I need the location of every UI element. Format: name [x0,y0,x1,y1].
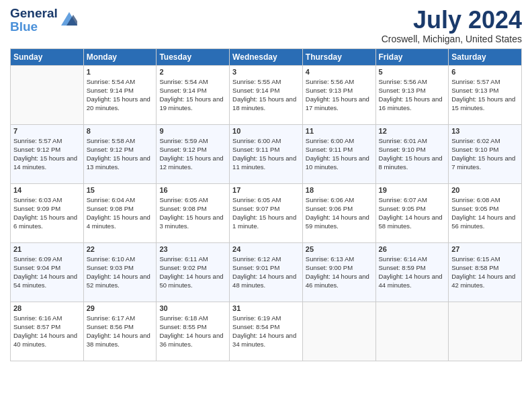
day-number: 30 [159,304,226,312]
calendar-cell [11,65,84,124]
calendar-cell: 14Sunrise: 6:03 AMSunset: 9:09 PMDayligh… [11,183,84,242]
day-number: 6 [451,68,519,76]
calendar-cell: 29Sunrise: 6:17 AMSunset: 8:56 PMDayligh… [83,302,157,361]
day-info: Sunrise: 6:14 AMSunset: 8:59 PMDaylight:… [379,255,446,290]
logo-icon [61,12,77,30]
day-info: Sunrise: 6:12 AMSunset: 9:01 PMDaylight:… [232,255,300,290]
day-info: Sunrise: 6:01 AMSunset: 9:10 PMDaylight:… [379,136,446,172]
calendar-cell: 3Sunrise: 5:55 AMSunset: 9:14 PMDaylight… [230,65,303,124]
day-number: 4 [306,68,373,76]
calendar-cell: 10Sunrise: 6:00 AMSunset: 9:11 PMDayligh… [230,124,303,183]
day-number: 2 [159,68,226,76]
calendar-cell: 20Sunrise: 6:08 AMSunset: 9:05 PMDayligh… [449,183,522,242]
day-header-thursday: Thursday [302,48,375,65]
day-number: 27 [451,245,519,253]
calendar-cell: 7Sunrise: 5:57 AMSunset: 9:12 PMDaylight… [11,124,84,183]
calendar-cell: 13Sunrise: 6:02 AMSunset: 9:10 PMDayligh… [449,124,522,183]
day-info: Sunrise: 6:02 AMSunset: 9:10 PMDaylight:… [451,136,519,172]
calendar-cell: 5Sunrise: 5:56 AMSunset: 9:13 PMDaylight… [375,65,449,124]
day-header-friday: Friday [375,48,449,65]
day-number: 12 [379,127,446,135]
main-container: General Blue July 2024 Croswell, Michiga… [0,0,532,368]
logo-general: General [10,7,58,20]
calendar-cell: 21Sunrise: 6:09 AMSunset: 9:04 PMDayligh… [11,242,84,302]
day-number: 25 [306,245,373,253]
day-number: 18 [306,186,373,194]
day-info: Sunrise: 5:58 AMSunset: 9:12 PMDaylight:… [87,136,154,172]
day-number: 29 [87,304,154,312]
day-info: Sunrise: 6:09 AMSunset: 9:04 PMDaylight:… [13,255,81,290]
day-info: Sunrise: 6:18 AMSunset: 8:55 PMDaylight:… [159,314,226,349]
day-number: 10 [232,127,300,135]
day-header-sunday: Sunday [11,48,84,65]
calendar-cell: 18Sunrise: 6:06 AMSunset: 9:06 PMDayligh… [302,183,375,242]
day-number: 11 [306,127,373,135]
week-row-3: 14Sunrise: 6:03 AMSunset: 9:09 PMDayligh… [11,183,522,242]
title-block: July 2024 Croswell, Michigan, United Sta… [382,7,522,44]
header: General Blue July 2024 Croswell, Michiga… [10,7,522,44]
calendar-cell: 2Sunrise: 5:54 AMSunset: 9:14 PMDaylight… [157,65,230,124]
day-info: Sunrise: 6:13 AMSunset: 9:00 PMDaylight:… [306,255,373,290]
calendar-cell: 9Sunrise: 5:59 AMSunset: 9:12 PMDaylight… [157,124,230,183]
day-info: Sunrise: 6:10 AMSunset: 9:03 PMDaylight:… [87,255,154,290]
day-number: 19 [379,186,446,194]
day-header-saturday: Saturday [449,48,522,65]
calendar-cell: 27Sunrise: 6:15 AMSunset: 8:58 PMDayligh… [449,242,522,302]
day-header-tuesday: Tuesday [157,48,230,65]
day-info: Sunrise: 6:19 AMSunset: 8:54 PMDaylight:… [232,314,300,349]
day-info: Sunrise: 6:15 AMSunset: 8:58 PMDaylight:… [451,255,519,290]
week-row-4: 21Sunrise: 6:09 AMSunset: 9:04 PMDayligh… [11,242,522,302]
day-number: 22 [87,245,154,253]
day-info: Sunrise: 5:57 AMSunset: 9:13 PMDaylight:… [451,77,519,113]
day-info: Sunrise: 5:56 AMSunset: 9:13 PMDaylight:… [379,77,446,113]
location: Croswell, Michigan, United States [382,34,522,44]
day-number: 26 [379,245,446,253]
day-number: 28 [13,304,81,312]
calendar-cell: 24Sunrise: 6:12 AMSunset: 9:01 PMDayligh… [230,242,303,302]
day-number: 20 [451,186,519,194]
calendar-cell: 30Sunrise: 6:18 AMSunset: 8:55 PMDayligh… [157,302,230,361]
day-info: Sunrise: 6:17 AMSunset: 8:56 PMDaylight:… [87,314,154,349]
day-info: Sunrise: 5:59 AMSunset: 9:12 PMDaylight:… [159,136,226,172]
calendar-cell: 12Sunrise: 6:01 AMSunset: 9:10 PMDayligh… [375,124,449,183]
calendar-cell: 15Sunrise: 6:04 AMSunset: 9:08 PMDayligh… [83,183,157,242]
calendar-cell [375,302,449,361]
calendar-table: SundayMondayTuesdayWednesdayThursdayFrid… [10,48,522,361]
day-number: 1 [87,68,154,76]
calendar-cell: 23Sunrise: 6:11 AMSunset: 9:02 PMDayligh… [157,242,230,302]
week-row-1: 1Sunrise: 5:54 AMSunset: 9:14 PMDaylight… [11,65,522,124]
calendar-cell: 26Sunrise: 6:14 AMSunset: 8:59 PMDayligh… [375,242,449,302]
day-info: Sunrise: 5:56 AMSunset: 9:13 PMDaylight:… [306,77,373,113]
calendar-cell: 19Sunrise: 6:07 AMSunset: 9:05 PMDayligh… [375,183,449,242]
day-info: Sunrise: 6:06 AMSunset: 9:06 PMDaylight:… [306,195,373,231]
day-info: Sunrise: 6:04 AMSunset: 9:08 PMDaylight:… [87,195,154,231]
calendar-header-row: SundayMondayTuesdayWednesdayThursdayFrid… [11,48,522,65]
day-number: 16 [159,186,226,194]
day-info: Sunrise: 6:05 AMSunset: 9:08 PMDaylight:… [159,195,226,231]
day-number: 31 [232,304,300,312]
day-header-monday: Monday [83,48,157,65]
day-info: Sunrise: 6:00 AMSunset: 9:11 PMDaylight:… [232,136,300,172]
day-info: Sunrise: 5:55 AMSunset: 9:14 PMDaylight:… [232,77,300,113]
day-info: Sunrise: 6:08 AMSunset: 9:05 PMDaylight:… [451,195,519,231]
calendar-cell: 31Sunrise: 6:19 AMSunset: 8:54 PMDayligh… [230,302,303,361]
day-info: Sunrise: 6:16 AMSunset: 8:57 PMDaylight:… [13,314,81,349]
day-info: Sunrise: 6:11 AMSunset: 9:02 PMDaylight:… [159,255,226,290]
day-number: 15 [87,186,154,194]
calendar-cell: 17Sunrise: 6:05 AMSunset: 9:07 PMDayligh… [230,183,303,242]
day-number: 5 [379,68,446,76]
day-number: 8 [87,127,154,135]
calendar-cell: 16Sunrise: 6:05 AMSunset: 9:08 PMDayligh… [157,183,230,242]
calendar-cell: 6Sunrise: 5:57 AMSunset: 9:13 PMDaylight… [449,65,522,124]
day-number: 7 [13,127,81,135]
day-header-wednesday: Wednesday [230,48,303,65]
day-info: Sunrise: 5:54 AMSunset: 9:14 PMDaylight:… [87,77,154,113]
day-info: Sunrise: 5:57 AMSunset: 9:12 PMDaylight:… [13,136,81,172]
calendar-cell: 22Sunrise: 6:10 AMSunset: 9:03 PMDayligh… [83,242,157,302]
day-number: 9 [159,127,226,135]
calendar-cell [302,302,375,361]
calendar-cell: 1Sunrise: 5:54 AMSunset: 9:14 PMDaylight… [83,65,157,124]
week-row-5: 28Sunrise: 6:16 AMSunset: 8:57 PMDayligh… [11,302,522,361]
calendar-cell: 25Sunrise: 6:13 AMSunset: 9:00 PMDayligh… [302,242,375,302]
day-number: 21 [13,245,81,253]
